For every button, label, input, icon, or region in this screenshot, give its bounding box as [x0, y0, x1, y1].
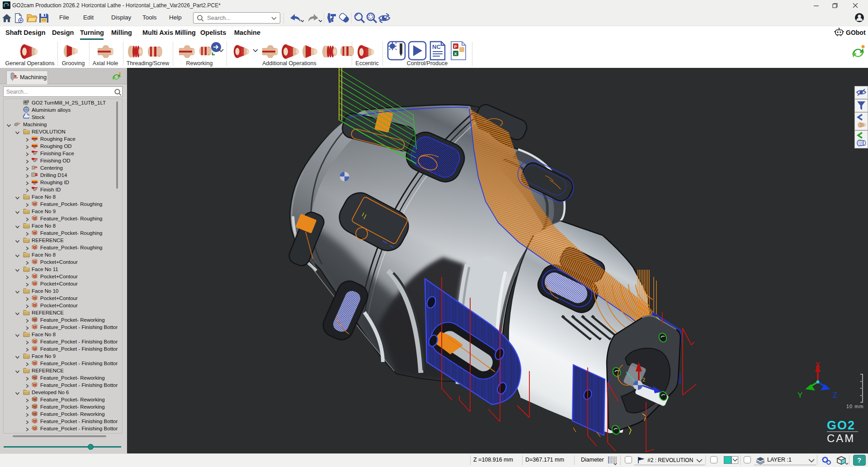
svg-text:CAM: CAM [827, 432, 855, 444]
svg-text:2: 2 [642, 377, 645, 382]
svg-text:Y: Y [797, 391, 802, 400]
svg-text:X: X [454, 52, 457, 56]
svg-text:NC: NC [432, 43, 441, 50]
svg-text:X: X [815, 361, 820, 369]
svg-text:GO2: GO2 [827, 419, 855, 432]
svg-text:10 mm: 10 mm [846, 404, 864, 409]
svg-text:Z: Z [833, 391, 837, 400]
svg-text:P: P [454, 44, 457, 49]
